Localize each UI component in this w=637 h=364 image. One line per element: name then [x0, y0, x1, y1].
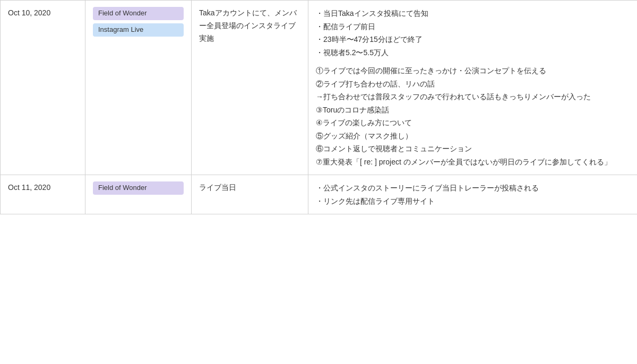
notes-block-1: ①ライブでは今回の開催に至ったきっかけ・公演コンセプトを伝える ②ライブ打ち合わ… — [316, 64, 630, 168]
notes-block-0: ・当日Takaインスタ投稿にて告知 ・配信ライブ前日 ・23時半〜47分15分ほ… — [316, 7, 630, 59]
date-cell: Oct 11, 2020 — [1, 175, 85, 214]
title-cell: Takaアカウントにて、メンバー全員登場のインスタライブ実施 — [192, 1, 308, 175]
main-table-container: Oct 10, 2020Field of WonderInstagram Liv… — [0, 0, 637, 364]
tag-blue: Instagram Live — [93, 23, 184, 37]
tag-purple: Field of Wonder — [93, 181, 184, 195]
tag-purple: Field of Wonder — [93, 7, 184, 20]
tags-cell: Field of Wonder — [85, 175, 192, 214]
notes-cell: ・当日Takaインスタ投稿にて告知 ・配信ライブ前日 ・23時半〜47分15分ほ… — [308, 1, 638, 175]
tags-cell: Field of WonderInstagram Live — [85, 1, 192, 175]
date-cell: Oct 10, 2020 — [1, 1, 85, 175]
events-table: Oct 10, 2020Field of WonderInstagram Liv… — [0, 0, 637, 214]
title-cell: ライブ当日 — [192, 175, 308, 214]
table-row: Oct 10, 2020Field of WonderInstagram Liv… — [1, 1, 638, 175]
table-row: Oct 11, 2020Field of Wonderライブ当日・公式インスタの… — [1, 175, 638, 214]
notes-cell: ・公式インスタのストーリーにライブ当日トレーラーが投稿される ・リンク先は配信ラ… — [308, 175, 638, 214]
notes-block-0: ・公式インスタのストーリーにライブ当日トレーラーが投稿される ・リンク先は配信ラ… — [316, 181, 630, 207]
